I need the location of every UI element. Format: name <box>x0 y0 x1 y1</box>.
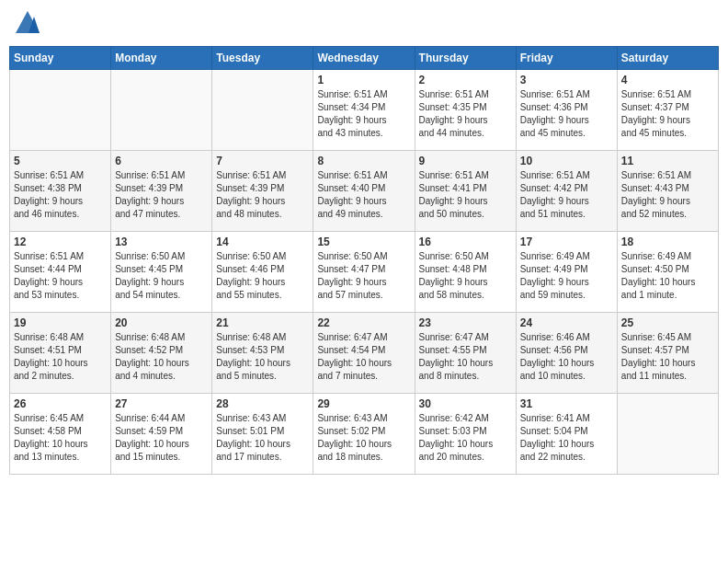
day-of-week-header: Thursday <box>415 47 516 70</box>
day-info: Sunrise: 6:50 AM Sunset: 4:46 PM Dayligh… <box>216 250 309 302</box>
logo <box>14 9 43 37</box>
calendar-cell: 7Sunrise: 6:51 AM Sunset: 4:39 PM Daylig… <box>212 151 313 232</box>
calendar-cell: 10Sunrise: 6:51 AM Sunset: 4:42 PM Dayli… <box>516 151 617 232</box>
day-number: 29 <box>317 397 410 410</box>
day-number: 13 <box>115 236 208 248</box>
day-number: 31 <box>520 397 613 410</box>
day-info: Sunrise: 6:49 AM Sunset: 4:49 PM Dayligh… <box>520 250 613 302</box>
day-number: 18 <box>621 236 714 248</box>
day-info: Sunrise: 6:51 AM Sunset: 4:43 PM Dayligh… <box>621 169 714 221</box>
day-info: Sunrise: 6:43 AM Sunset: 5:01 PM Dayligh… <box>216 412 309 464</box>
calendar-cell: 5Sunrise: 6:51 AM Sunset: 4:38 PM Daylig… <box>10 151 111 232</box>
calendar-cell: 23Sunrise: 6:47 AM Sunset: 4:55 PM Dayli… <box>415 313 516 394</box>
day-info: Sunrise: 6:51 AM Sunset: 4:34 PM Dayligh… <box>317 88 410 140</box>
calendar-cell: 24Sunrise: 6:46 AM Sunset: 4:56 PM Dayli… <box>516 313 617 394</box>
day-info: Sunrise: 6:46 AM Sunset: 4:56 PM Dayligh… <box>520 331 613 383</box>
calendar-cell: 12Sunrise: 6:51 AM Sunset: 4:44 PM Dayli… <box>10 232 111 313</box>
calendar-cell <box>10 70 111 151</box>
day-info: Sunrise: 6:51 AM Sunset: 4:44 PM Dayligh… <box>14 250 107 302</box>
calendar-cell: 19Sunrise: 6:48 AM Sunset: 4:51 PM Dayli… <box>10 313 111 394</box>
day-info: Sunrise: 6:41 AM Sunset: 5:04 PM Dayligh… <box>520 412 613 464</box>
day-info: Sunrise: 6:50 AM Sunset: 4:48 PM Dayligh… <box>419 250 512 302</box>
day-of-week-header: Tuesday <box>212 47 313 70</box>
calendar-cell: 1Sunrise: 6:51 AM Sunset: 4:34 PM Daylig… <box>313 70 415 151</box>
calendar-cell <box>212 70 313 151</box>
calendar-week-row: 26Sunrise: 6:45 AM Sunset: 4:58 PM Dayli… <box>10 394 719 475</box>
day-number: 15 <box>317 236 410 248</box>
day-of-week-header: Wednesday <box>313 47 415 70</box>
day-info: Sunrise: 6:42 AM Sunset: 5:03 PM Dayligh… <box>419 412 512 464</box>
day-info: Sunrise: 6:44 AM Sunset: 4:59 PM Dayligh… <box>115 412 208 464</box>
calendar-cell: 2Sunrise: 6:51 AM Sunset: 4:35 PM Daylig… <box>415 70 516 151</box>
day-number: 30 <box>419 397 512 410</box>
day-of-week-header: Saturday <box>617 47 718 70</box>
calendar-cell: 28Sunrise: 6:43 AM Sunset: 5:01 PM Dayli… <box>212 394 313 475</box>
day-number: 4 <box>621 74 714 86</box>
calendar-cell: 26Sunrise: 6:45 AM Sunset: 4:58 PM Dayli… <box>10 394 111 475</box>
calendar-cell: 3Sunrise: 6:51 AM Sunset: 4:36 PM Daylig… <box>516 70 617 151</box>
calendar-cell: 31Sunrise: 6:41 AM Sunset: 5:04 PM Dayli… <box>516 394 617 475</box>
day-number: 5 <box>14 155 107 167</box>
day-of-week-header: Monday <box>111 47 212 70</box>
day-number: 19 <box>14 316 107 329</box>
day-number: 26 <box>14 397 107 410</box>
calendar-cell: 9Sunrise: 6:51 AM Sunset: 4:41 PM Daylig… <box>415 151 516 232</box>
day-info: Sunrise: 6:45 AM Sunset: 4:58 PM Dayligh… <box>14 412 107 464</box>
day-number: 22 <box>317 316 410 329</box>
day-info: Sunrise: 6:50 AM Sunset: 4:47 PM Dayligh… <box>317 250 410 302</box>
day-number: 17 <box>520 236 613 248</box>
calendar-cell: 17Sunrise: 6:49 AM Sunset: 4:49 PM Dayli… <box>516 232 617 313</box>
day-of-week-header: Friday <box>516 47 617 70</box>
calendar-week-row: 19Sunrise: 6:48 AM Sunset: 4:51 PM Dayli… <box>10 313 719 394</box>
day-number: 16 <box>419 236 512 248</box>
calendar-cell: 18Sunrise: 6:49 AM Sunset: 4:50 PM Dayli… <box>617 232 718 313</box>
day-number: 8 <box>317 155 410 167</box>
page: SundayMondayTuesdayWednesdayThursdayFrid… <box>0 0 728 563</box>
day-info: Sunrise: 6:51 AM Sunset: 4:42 PM Dayligh… <box>520 169 613 221</box>
day-info: Sunrise: 6:48 AM Sunset: 4:52 PM Dayligh… <box>115 331 208 383</box>
calendar-week-row: 1Sunrise: 6:51 AM Sunset: 4:34 PM Daylig… <box>10 70 719 151</box>
day-number: 3 <box>520 74 613 86</box>
calendar-cell: 6Sunrise: 6:51 AM Sunset: 4:39 PM Daylig… <box>111 151 212 232</box>
calendar-cell: 30Sunrise: 6:42 AM Sunset: 5:03 PM Dayli… <box>415 394 516 475</box>
calendar-cell: 4Sunrise: 6:51 AM Sunset: 4:37 PM Daylig… <box>617 70 718 151</box>
day-number: 1 <box>317 74 410 86</box>
logo-icon <box>14 9 41 37</box>
day-of-week-header: Sunday <box>10 47 111 70</box>
day-number: 25 <box>621 316 714 329</box>
day-number: 27 <box>115 397 208 410</box>
day-number: 9 <box>419 155 512 167</box>
calendar-cell: 16Sunrise: 6:50 AM Sunset: 4:48 PM Dayli… <box>415 232 516 313</box>
day-number: 11 <box>621 155 714 167</box>
day-number: 10 <box>520 155 613 167</box>
day-number: 21 <box>216 316 309 329</box>
day-info: Sunrise: 6:51 AM Sunset: 4:35 PM Dayligh… <box>419 88 512 140</box>
day-info: Sunrise: 6:51 AM Sunset: 4:38 PM Dayligh… <box>14 169 107 221</box>
day-info: Sunrise: 6:47 AM Sunset: 4:54 PM Dayligh… <box>317 331 410 383</box>
calendar-cell: 8Sunrise: 6:51 AM Sunset: 4:40 PM Daylig… <box>313 151 415 232</box>
day-info: Sunrise: 6:48 AM Sunset: 4:51 PM Dayligh… <box>14 331 107 383</box>
day-number: 24 <box>520 316 613 329</box>
calendar-cell: 13Sunrise: 6:50 AM Sunset: 4:45 PM Dayli… <box>111 232 212 313</box>
calendar-cell <box>617 394 718 475</box>
day-info: Sunrise: 6:51 AM Sunset: 4:37 PM Dayligh… <box>621 88 714 140</box>
day-info: Sunrise: 6:47 AM Sunset: 4:55 PM Dayligh… <box>419 331 512 383</box>
day-info: Sunrise: 6:49 AM Sunset: 4:50 PM Dayligh… <box>621 250 714 302</box>
day-info: Sunrise: 6:51 AM Sunset: 4:39 PM Dayligh… <box>115 169 208 221</box>
day-number: 23 <box>419 316 512 329</box>
calendar-cell: 20Sunrise: 6:48 AM Sunset: 4:52 PM Dayli… <box>111 313 212 394</box>
calendar-header-row: SundayMondayTuesdayWednesdayThursdayFrid… <box>10 47 719 70</box>
day-number: 2 <box>419 74 512 86</box>
day-info: Sunrise: 6:51 AM Sunset: 4:40 PM Dayligh… <box>317 169 410 221</box>
calendar: SundayMondayTuesdayWednesdayThursdayFrid… <box>9 46 719 475</box>
day-info: Sunrise: 6:51 AM Sunset: 4:36 PM Dayligh… <box>520 88 613 140</box>
calendar-cell: 21Sunrise: 6:48 AM Sunset: 4:53 PM Dayli… <box>212 313 313 394</box>
calendar-cell: 14Sunrise: 6:50 AM Sunset: 4:46 PM Dayli… <box>212 232 313 313</box>
calendar-cell: 27Sunrise: 6:44 AM Sunset: 4:59 PM Dayli… <box>111 394 212 475</box>
calendar-cell: 25Sunrise: 6:45 AM Sunset: 4:57 PM Dayli… <box>617 313 718 394</box>
day-info: Sunrise: 6:43 AM Sunset: 5:02 PM Dayligh… <box>317 412 410 464</box>
calendar-cell: 11Sunrise: 6:51 AM Sunset: 4:43 PM Dayli… <box>617 151 718 232</box>
day-number: 6 <box>115 155 208 167</box>
day-number: 20 <box>115 316 208 329</box>
day-info: Sunrise: 6:48 AM Sunset: 4:53 PM Dayligh… <box>216 331 309 383</box>
